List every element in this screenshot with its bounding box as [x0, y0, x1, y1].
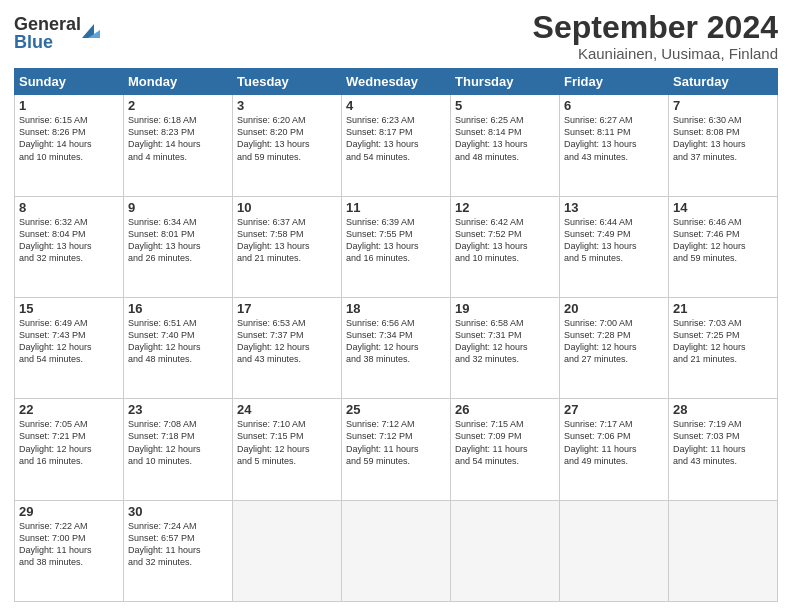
day-number: 29: [19, 504, 119, 519]
table-row: 7Sunrise: 6:30 AMSunset: 8:08 PMDaylight…: [669, 95, 778, 196]
calendar-week-row: 15Sunrise: 6:49 AMSunset: 7:43 PMDayligh…: [15, 297, 778, 398]
table-row: 10Sunrise: 6:37 AMSunset: 7:58 PMDayligh…: [233, 196, 342, 297]
table-row: 28Sunrise: 7:19 AMSunset: 7:03 PMDayligh…: [669, 399, 778, 500]
day-detail: Sunrise: 6:42 AMSunset: 7:52 PMDaylight:…: [455, 216, 555, 265]
table-row: 19Sunrise: 6:58 AMSunset: 7:31 PMDayligh…: [451, 297, 560, 398]
calendar-title: September 2024: [533, 10, 778, 45]
day-number: 14: [673, 200, 773, 215]
table-row: 1Sunrise: 6:15 AMSunset: 8:26 PMDaylight…: [15, 95, 124, 196]
day-number: 11: [346, 200, 446, 215]
calendar-week-row: 1Sunrise: 6:15 AMSunset: 8:26 PMDaylight…: [15, 95, 778, 196]
day-number: 20: [564, 301, 664, 316]
col-wednesday: Wednesday: [342, 69, 451, 95]
table-row: 8Sunrise: 6:32 AMSunset: 8:04 PMDaylight…: [15, 196, 124, 297]
day-number: 25: [346, 402, 446, 417]
day-detail: Sunrise: 6:20 AMSunset: 8:20 PMDaylight:…: [237, 114, 337, 163]
day-number: 26: [455, 402, 555, 417]
day-number: 2: [128, 98, 228, 113]
calendar-table: Sunday Monday Tuesday Wednesday Thursday…: [14, 68, 778, 602]
table-row: 21Sunrise: 7:03 AMSunset: 7:25 PMDayligh…: [669, 297, 778, 398]
day-number: 22: [19, 402, 119, 417]
table-row: 17Sunrise: 6:53 AMSunset: 7:37 PMDayligh…: [233, 297, 342, 398]
day-detail: Sunrise: 7:24 AMSunset: 6:57 PMDaylight:…: [128, 520, 228, 569]
header: General Blue September 2024 Kauniainen, …: [14, 10, 778, 62]
calendar-subtitle: Kauniainen, Uusimaa, Finland: [533, 45, 778, 62]
table-row: 6Sunrise: 6:27 AMSunset: 8:11 PMDaylight…: [560, 95, 669, 196]
day-number: 24: [237, 402, 337, 417]
day-detail: Sunrise: 7:08 AMSunset: 7:18 PMDaylight:…: [128, 418, 228, 467]
logo-text: General Blue: [14, 10, 104, 58]
day-detail: Sunrise: 7:10 AMSunset: 7:15 PMDaylight:…: [237, 418, 337, 467]
col-thursday: Thursday: [451, 69, 560, 95]
day-number: 16: [128, 301, 228, 316]
logo: General Blue: [14, 10, 104, 58]
table-row: 18Sunrise: 6:56 AMSunset: 7:34 PMDayligh…: [342, 297, 451, 398]
day-number: 19: [455, 301, 555, 316]
day-detail: Sunrise: 6:27 AMSunset: 8:11 PMDaylight:…: [564, 114, 664, 163]
day-detail: Sunrise: 7:17 AMSunset: 7:06 PMDaylight:…: [564, 418, 664, 467]
day-number: 1: [19, 98, 119, 113]
day-number: 28: [673, 402, 773, 417]
calendar-week-row: 8Sunrise: 6:32 AMSunset: 8:04 PMDaylight…: [15, 196, 778, 297]
table-row: [560, 500, 669, 601]
day-number: 4: [346, 98, 446, 113]
table-row: 4Sunrise: 6:23 AMSunset: 8:17 PMDaylight…: [342, 95, 451, 196]
day-number: 9: [128, 200, 228, 215]
day-detail: Sunrise: 7:12 AMSunset: 7:12 PMDaylight:…: [346, 418, 446, 467]
day-number: 30: [128, 504, 228, 519]
day-number: 12: [455, 200, 555, 215]
table-row: [451, 500, 560, 601]
calendar-header-row: Sunday Monday Tuesday Wednesday Thursday…: [15, 69, 778, 95]
table-row: [669, 500, 778, 601]
day-detail: Sunrise: 6:51 AMSunset: 7:40 PMDaylight:…: [128, 317, 228, 366]
day-detail: Sunrise: 7:03 AMSunset: 7:25 PMDaylight:…: [673, 317, 773, 366]
day-detail: Sunrise: 6:23 AMSunset: 8:17 PMDaylight:…: [346, 114, 446, 163]
page: General Blue September 2024 Kauniainen, …: [0, 0, 792, 612]
day-number: 5: [455, 98, 555, 113]
col-sunday: Sunday: [15, 69, 124, 95]
day-detail: Sunrise: 6:18 AMSunset: 8:23 PMDaylight:…: [128, 114, 228, 163]
day-number: 7: [673, 98, 773, 113]
table-row: 15Sunrise: 6:49 AMSunset: 7:43 PMDayligh…: [15, 297, 124, 398]
day-number: 27: [564, 402, 664, 417]
table-row: 25Sunrise: 7:12 AMSunset: 7:12 PMDayligh…: [342, 399, 451, 500]
day-detail: Sunrise: 6:56 AMSunset: 7:34 PMDaylight:…: [346, 317, 446, 366]
day-detail: Sunrise: 6:32 AMSunset: 8:04 PMDaylight:…: [19, 216, 119, 265]
table-row: 3Sunrise: 6:20 AMSunset: 8:20 PMDaylight…: [233, 95, 342, 196]
table-row: 22Sunrise: 7:05 AMSunset: 7:21 PMDayligh…: [15, 399, 124, 500]
day-detail: Sunrise: 6:53 AMSunset: 7:37 PMDaylight:…: [237, 317, 337, 366]
table-row: 13Sunrise: 6:44 AMSunset: 7:49 PMDayligh…: [560, 196, 669, 297]
day-number: 3: [237, 98, 337, 113]
table-row: 27Sunrise: 7:17 AMSunset: 7:06 PMDayligh…: [560, 399, 669, 500]
table-row: 14Sunrise: 6:46 AMSunset: 7:46 PMDayligh…: [669, 196, 778, 297]
day-detail: Sunrise: 6:34 AMSunset: 8:01 PMDaylight:…: [128, 216, 228, 265]
day-number: 18: [346, 301, 446, 316]
table-row: 12Sunrise: 6:42 AMSunset: 7:52 PMDayligh…: [451, 196, 560, 297]
day-detail: Sunrise: 6:49 AMSunset: 7:43 PMDaylight:…: [19, 317, 119, 366]
day-number: 15: [19, 301, 119, 316]
table-row: 16Sunrise: 6:51 AMSunset: 7:40 PMDayligh…: [124, 297, 233, 398]
col-friday: Friday: [560, 69, 669, 95]
table-row: 29Sunrise: 7:22 AMSunset: 7:00 PMDayligh…: [15, 500, 124, 601]
calendar-week-row: 29Sunrise: 7:22 AMSunset: 7:00 PMDayligh…: [15, 500, 778, 601]
table-row: 5Sunrise: 6:25 AMSunset: 8:14 PMDaylight…: [451, 95, 560, 196]
day-number: 8: [19, 200, 119, 215]
day-number: 17: [237, 301, 337, 316]
day-number: 21: [673, 301, 773, 316]
col-monday: Monday: [124, 69, 233, 95]
day-detail: Sunrise: 7:15 AMSunset: 7:09 PMDaylight:…: [455, 418, 555, 467]
table-row: 9Sunrise: 6:34 AMSunset: 8:01 PMDaylight…: [124, 196, 233, 297]
table-row: 26Sunrise: 7:15 AMSunset: 7:09 PMDayligh…: [451, 399, 560, 500]
day-detail: Sunrise: 7:00 AMSunset: 7:28 PMDaylight:…: [564, 317, 664, 366]
day-detail: Sunrise: 6:46 AMSunset: 7:46 PMDaylight:…: [673, 216, 773, 265]
col-tuesday: Tuesday: [233, 69, 342, 95]
day-detail: Sunrise: 7:22 AMSunset: 7:00 PMDaylight:…: [19, 520, 119, 569]
table-row: 23Sunrise: 7:08 AMSunset: 7:18 PMDayligh…: [124, 399, 233, 500]
table-row: 2Sunrise: 6:18 AMSunset: 8:23 PMDaylight…: [124, 95, 233, 196]
table-row: 30Sunrise: 7:24 AMSunset: 6:57 PMDayligh…: [124, 500, 233, 601]
svg-text:General: General: [14, 14, 81, 34]
day-number: 23: [128, 402, 228, 417]
table-row: 11Sunrise: 6:39 AMSunset: 7:55 PMDayligh…: [342, 196, 451, 297]
day-detail: Sunrise: 7:19 AMSunset: 7:03 PMDaylight:…: [673, 418, 773, 467]
table-row: [233, 500, 342, 601]
